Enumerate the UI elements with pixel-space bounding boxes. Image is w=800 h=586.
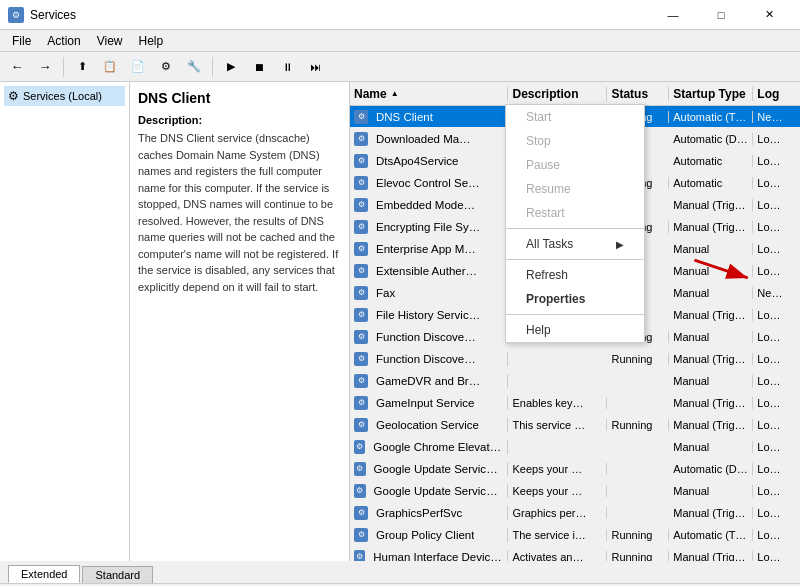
service-log-cell: Lo… xyxy=(753,221,800,233)
service-startup-cell: Manual (Trigg… xyxy=(669,199,753,211)
sidebar-gear-icon: ⚙ xyxy=(8,89,19,103)
service-desc-cell: This service … xyxy=(508,419,607,431)
service-icon: ⚙ xyxy=(354,154,368,168)
maximize-button[interactable]: □ xyxy=(698,0,744,30)
service-name-cell: ⚙ Function Discove… xyxy=(350,330,508,344)
context-menu-all-tasks[interactable]: All Tasks ▶ xyxy=(506,232,644,256)
toolbar-restart[interactable]: ⏭ xyxy=(302,55,328,79)
service-log-cell: Lo… xyxy=(753,331,800,343)
table-row[interactable]: ⚙ Google Chrome Elevation Se… Manual Lo… xyxy=(350,436,800,458)
service-name: Embedded Mode… xyxy=(376,199,475,211)
context-menu-stop[interactable]: Stop xyxy=(506,129,644,153)
service-icon: ⚙ xyxy=(354,242,368,256)
service-icon: ⚙ xyxy=(354,528,368,542)
service-status-cell: Running xyxy=(607,353,669,365)
context-menu-start[interactable]: Start xyxy=(506,105,644,129)
toolbar-start[interactable]: ▶ xyxy=(218,55,244,79)
toolbar-up[interactable]: ⬆ xyxy=(69,55,95,79)
service-icon: ⚙ xyxy=(354,484,366,498)
service-startup-cell: Automatic (De… xyxy=(669,463,753,475)
service-name-cell: ⚙ Group Policy Client xyxy=(350,528,508,542)
details-description-text: The DNS Client service (dnscache) caches… xyxy=(138,130,341,295)
toolbar-forward[interactable]: → xyxy=(32,55,58,79)
sidebar-item-label: Services (Local) xyxy=(23,90,102,102)
service-name: Elevoc Control Se… xyxy=(376,177,480,189)
toolbar-new[interactable]: 📄 xyxy=(125,55,151,79)
toolbar-stop[interactable]: ⏹ xyxy=(246,55,272,79)
col-header-log[interactable]: Log xyxy=(753,87,800,101)
close-button[interactable]: ✕ xyxy=(746,0,792,30)
table-row[interactable]: ⚙ Geolocation Service This service … Run… xyxy=(350,414,800,436)
service-startup-cell: Manual (Trigg… xyxy=(669,221,753,233)
service-log-cell: Lo… xyxy=(753,485,800,497)
details-panel: DNS Client Description: The DNS Client s… xyxy=(130,82,350,561)
col-header-status[interactable]: Status xyxy=(607,87,669,101)
table-row[interactable]: ⚙ Google Update Service (gup… Keeps your… xyxy=(350,458,800,480)
menu-file[interactable]: File xyxy=(4,32,39,50)
toolbar-pause[interactable]: ⏸ xyxy=(274,55,300,79)
table-row[interactable]: ⚙ GameInput Service Enables key… Manual … xyxy=(350,392,800,414)
toolbar-help[interactable]: 🔧 xyxy=(181,55,207,79)
service-status-cell: Running xyxy=(607,419,669,431)
toolbar-show-hide[interactable]: 📋 xyxy=(97,55,123,79)
context-menu-properties[interactable]: Properties xyxy=(506,287,644,311)
service-icon: ⚙ xyxy=(354,220,368,234)
service-icon: ⚙ xyxy=(354,264,368,278)
table-row[interactable]: ⚙ Google Update Service (gup… Keeps your… xyxy=(350,480,800,502)
table-row[interactable]: ⚙ GraphicsPerfSvc Graphics per… Manual (… xyxy=(350,502,800,524)
col-header-startup[interactable]: Startup Type xyxy=(669,87,753,101)
details-title: DNS Client xyxy=(138,90,341,106)
service-name: Google Chrome Elevation Se… xyxy=(373,441,503,453)
context-menu-resume[interactable]: Resume xyxy=(506,177,644,201)
service-name-cell: ⚙ Embedded Mode… xyxy=(350,198,508,212)
service-name-cell: ⚙ Human Interface Device Serv… xyxy=(350,550,508,562)
col-header-desc[interactable]: Description xyxy=(508,87,607,101)
service-log-cell: Lo… xyxy=(753,441,800,453)
service-log-cell: Lo… xyxy=(753,507,800,519)
menu-action[interactable]: Action xyxy=(39,32,88,50)
service-startup-cell: Manual xyxy=(669,375,753,387)
context-sep-1 xyxy=(506,228,644,229)
table-row[interactable]: ⚙ Group Policy Client The service i… Run… xyxy=(350,524,800,546)
service-log-cell: Ne… xyxy=(753,287,800,299)
context-sep-3 xyxy=(506,314,644,315)
service-icon: ⚙ xyxy=(354,330,368,344)
service-name: Google Update Service (gup… xyxy=(374,485,504,497)
service-name: DtsApo4Service xyxy=(376,155,458,167)
service-desc-cell: The service i… xyxy=(508,529,607,541)
toolbar-properties[interactable]: ⚙ xyxy=(153,55,179,79)
table-row[interactable]: ⚙ GameDVR and Br… Manual Lo… xyxy=(350,370,800,392)
service-desc-cell: Keeps your … xyxy=(508,463,607,475)
service-log-cell: Lo… xyxy=(753,529,800,541)
service-startup-cell: Manual xyxy=(669,331,753,343)
service-name-cell: ⚙ GameDVR and Br… xyxy=(350,374,508,388)
service-name-cell: ⚙ Google Update Service (gup… xyxy=(350,462,508,476)
menu-help[interactable]: Help xyxy=(131,32,172,50)
col-header-name[interactable]: Name ▲ xyxy=(350,87,508,101)
context-menu-pause[interactable]: Pause xyxy=(506,153,644,177)
context-menu-refresh[interactable]: Refresh xyxy=(506,263,644,287)
menu-view[interactable]: View xyxy=(89,32,131,50)
service-desc-cell: Activates an… xyxy=(508,551,607,562)
service-name-cell: ⚙ Fax xyxy=(350,286,508,300)
service-log-cell: Lo… xyxy=(753,463,800,475)
minimize-button[interactable]: — xyxy=(650,0,696,30)
service-name: GameInput Service xyxy=(376,397,474,409)
tab-standard[interactable]: Standard xyxy=(82,566,153,583)
tab-extended[interactable]: Extended xyxy=(8,565,80,583)
service-log-cell: Lo… xyxy=(753,419,800,431)
service-desc-cell: Graphics per… xyxy=(508,507,607,519)
service-startup-cell: Manual xyxy=(669,243,753,255)
sidebar: ⚙ Services (Local) xyxy=(0,82,130,561)
sidebar-item-services-local[interactable]: ⚙ Services (Local) xyxy=(4,86,125,106)
service-log-cell: Lo… xyxy=(753,265,800,277)
service-icon: ⚙ xyxy=(354,110,368,124)
toolbar-back[interactable]: ← xyxy=(4,55,30,79)
service-name: Geolocation Service xyxy=(376,419,479,431)
context-menu-help[interactable]: Help xyxy=(506,318,644,342)
details-description-label: Description: xyxy=(138,114,341,126)
context-menu-restart[interactable]: Restart xyxy=(506,201,644,225)
table-row[interactable]: ⚙ Function Discove… Running Manual (Trig… xyxy=(350,348,800,370)
table-row[interactable]: ⚙ Human Interface Device Serv… Activates… xyxy=(350,546,800,561)
service-name: GraphicsPerfSvc xyxy=(376,507,462,519)
